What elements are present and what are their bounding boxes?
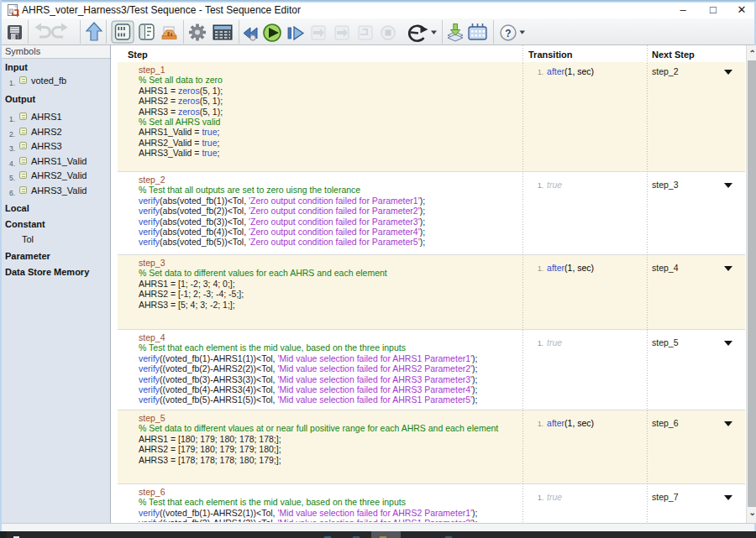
svg-text:?: ?	[505, 28, 511, 39]
